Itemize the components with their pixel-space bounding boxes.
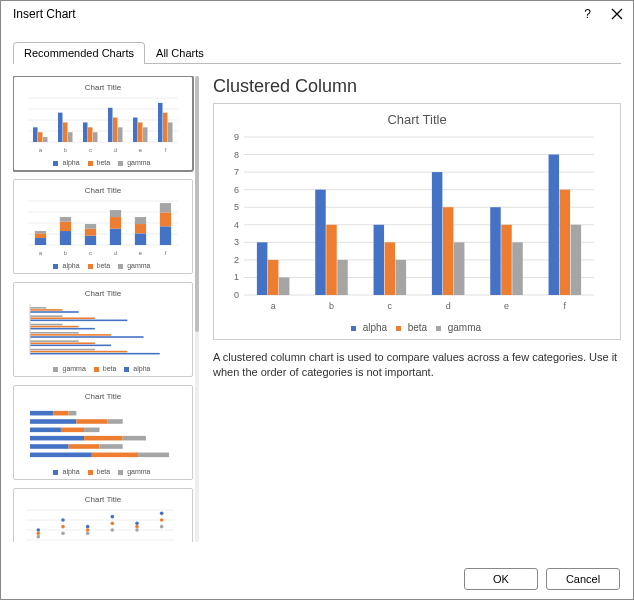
tab-all-charts[interactable]: All Charts: [145, 42, 215, 64]
svg-rect-5: [33, 127, 38, 142]
thumbnail-scatter[interactable]: Chart Title: [13, 488, 193, 542]
svg-rect-143: [337, 260, 348, 295]
svg-text:c: c: [388, 301, 393, 311]
thumb-title: Chart Title: [20, 186, 186, 195]
svg-text:e: e: [139, 147, 143, 153]
scrollbar-thumb[interactable]: [195, 76, 199, 332]
svg-rect-150: [443, 207, 454, 295]
svg-text:b: b: [329, 301, 334, 311]
svg-rect-44: [85, 224, 96, 229]
svg-rect-15: [93, 132, 98, 142]
svg-point-103: [61, 525, 65, 529]
svg-rect-84: [61, 428, 84, 433]
svg-rect-75: [30, 353, 160, 355]
svg-text:4: 4: [234, 220, 239, 230]
cancel-button[interactable]: Cancel: [546, 568, 620, 590]
svg-text:e: e: [504, 301, 509, 311]
chart-type-heading: Clustered Column: [213, 76, 621, 97]
svg-rect-151: [454, 242, 465, 295]
svg-rect-26: [163, 113, 168, 142]
thumb-chart-hbar-icon: [20, 302, 180, 360]
svg-rect-51: [135, 224, 146, 233]
thumb-legend: alpha beta gamma: [20, 262, 186, 269]
svg-rect-14: [88, 127, 93, 142]
thumbnail-stacked-bar[interactable]: Chart Title alpha beta gamma: [13, 385, 193, 480]
thumbnail-scrollbar[interactable]: [195, 76, 199, 542]
svg-text:b: b: [64, 250, 68, 256]
svg-rect-71: [30, 342, 95, 344]
svg-rect-36: [35, 231, 46, 233]
svg-text:9: 9: [234, 133, 239, 142]
svg-point-109: [111, 522, 115, 526]
svg-rect-40: [60, 217, 71, 222]
svg-text:a: a: [39, 147, 43, 153]
svg-rect-18: [113, 118, 118, 142]
svg-rect-9: [58, 113, 63, 142]
tab-recommended-charts[interactable]: Recommended Charts: [13, 42, 145, 64]
svg-point-105: [86, 525, 90, 529]
svg-rect-70: [30, 340, 79, 342]
svg-text:f: f: [564, 301, 567, 311]
svg-rect-141: [315, 190, 326, 295]
ok-button[interactable]: OK: [464, 568, 538, 590]
svg-text:d: d: [114, 147, 117, 153]
svg-point-101: [37, 535, 41, 539]
svg-rect-61: [30, 315, 62, 317]
svg-rect-83: [30, 428, 61, 433]
svg-point-106: [86, 528, 90, 532]
thumb-title: Chart Title: [20, 495, 186, 504]
svg-rect-72: [30, 345, 111, 347]
svg-rect-85: [84, 428, 99, 433]
svg-rect-60: [30, 311, 79, 313]
thumb-title: Chart Title: [20, 392, 186, 401]
svg-rect-79: [69, 411, 77, 416]
svg-rect-7: [43, 137, 48, 142]
svg-text:6: 6: [234, 185, 239, 195]
svg-rect-91: [100, 444, 123, 449]
svg-rect-66: [30, 328, 95, 330]
chart-title: Chart Title: [222, 112, 612, 127]
svg-text:d: d: [446, 301, 451, 311]
thumbnail-list: Chart Title abcdef alpha beta gamma Char…: [13, 76, 199, 542]
svg-rect-50: [135, 233, 146, 245]
thumbnail-clustered-bar[interactable]: Chart Title gamma beta alpha: [13, 282, 193, 377]
svg-rect-92: [30, 453, 92, 458]
thumb-legend: gamma beta alpha: [20, 365, 186, 372]
svg-rect-155: [512, 242, 523, 295]
svg-rect-90: [69, 444, 100, 449]
thumbnail-stacked-column[interactable]: Chart Title abcdef alpha beta gamma: [13, 179, 193, 274]
svg-rect-69: [30, 336, 144, 338]
svg-rect-19: [118, 127, 123, 142]
svg-point-107: [86, 532, 90, 536]
svg-rect-86: [30, 436, 84, 441]
svg-rect-43: [85, 229, 96, 236]
close-button[interactable]: [611, 8, 623, 20]
svg-rect-11: [68, 132, 73, 142]
svg-text:c: c: [89, 147, 92, 153]
svg-rect-82: [107, 419, 122, 424]
svg-rect-13: [83, 122, 88, 142]
thumbnail-clustered-column[interactable]: Chart Title abcdef alpha beta gamma: [13, 76, 193, 171]
svg-text:1: 1: [234, 272, 239, 282]
chart-preview: Chart Title 0123456789abcdef alpha beta …: [213, 103, 621, 340]
svg-rect-56: [160, 203, 171, 212]
thumb-title: Chart Title: [20, 289, 186, 298]
svg-rect-149: [432, 172, 443, 295]
thumb-title: Chart Title: [20, 83, 186, 92]
svg-point-108: [111, 515, 115, 519]
svg-rect-27: [168, 122, 173, 142]
close-icon: [611, 8, 623, 20]
thumb-chart-stacked-icon: abcdef: [20, 199, 180, 257]
svg-point-99: [37, 528, 41, 532]
help-button[interactable]: ?: [584, 7, 591, 21]
svg-point-100: [37, 532, 41, 536]
thumb-legend: alpha beta gamma: [20, 468, 186, 475]
svg-rect-137: [257, 242, 268, 295]
svg-rect-58: [30, 307, 46, 309]
svg-text:d: d: [114, 250, 117, 256]
svg-text:a: a: [39, 250, 43, 256]
svg-rect-38: [60, 231, 71, 245]
svg-rect-42: [85, 236, 96, 245]
svg-rect-55: [160, 212, 171, 226]
svg-point-116: [160, 525, 164, 529]
